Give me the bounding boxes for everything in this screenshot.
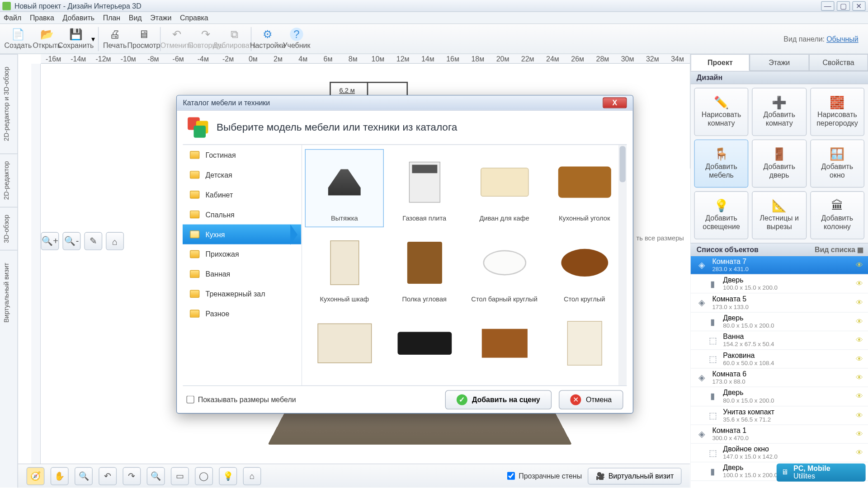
list-mode-toggle[interactable]: Вид списка ▦ xyxy=(815,245,863,254)
object-item[interactable]: ⬚Раковина60.0 x 50.0 x 108.4👁 xyxy=(690,350,868,368)
light-button[interactable]: 💡 xyxy=(219,467,237,485)
visibility-icon[interactable]: 👁 xyxy=(856,336,863,345)
category-item[interactable]: Ванная xyxy=(183,264,301,284)
object-item[interactable]: ⬚Унитаз компакт35.6 x 56.5 x 71.2👁 xyxy=(690,406,868,425)
select-lasso-button[interactable]: ◯ xyxy=(195,467,213,485)
category-item[interactable]: Гостиная xyxy=(183,145,301,165)
furniture-item[interactable] xyxy=(386,311,463,380)
vtab-2d3d[interactable]: 2D-редактор и 3D-обзор xyxy=(0,54,18,153)
furniture-gallery[interactable]: ВытяжкаГазовая плитаДиван для кафеКухонн… xyxy=(302,145,627,385)
menu-floors[interactable]: Этажи xyxy=(150,14,171,22)
furniture-item[interactable]: Стол круглый xyxy=(546,230,623,307)
menu-edit[interactable]: Правка xyxy=(30,14,54,22)
home-view-button[interactable]: ⌂ xyxy=(106,232,124,250)
show-all-sizes-hint[interactable]: ть все размеры xyxy=(637,235,684,242)
close-button[interactable]: ✕ xyxy=(852,1,865,10)
visibility-icon[interactable]: 👁 xyxy=(856,317,863,326)
design-btn-7[interactable]: 📐Лестницы ивырезы xyxy=(752,191,807,239)
new-button[interactable]: 📄Создать xyxy=(4,25,33,52)
vtab-3d[interactable]: 3D-обзор xyxy=(0,207,18,250)
fit-button[interactable]: 🔍 xyxy=(147,467,165,485)
visibility-icon[interactable]: 👁 xyxy=(856,449,863,457)
category-list[interactable]: ГостинаяДетскаяКабинетСпальняКухняПрихож… xyxy=(183,145,302,385)
objects-list[interactable]: ◈Комната 7283.0 x 431.0👁▮Дверь100.0 x 15… xyxy=(690,256,868,488)
design-btn-3[interactable]: 🪑Добавитьмебель xyxy=(694,140,748,188)
vtab-virtual[interactable]: Виртуальный визит xyxy=(0,250,18,335)
open-button[interactable]: 📂Открыть xyxy=(33,25,61,52)
furniture-item[interactable]: Газовая плита xyxy=(386,150,463,227)
print-button[interactable]: 🖨Печать xyxy=(100,25,129,52)
gallery-scrollbar[interactable] xyxy=(618,145,627,385)
design-btn-5[interactable]: 🪟Добавитьокно xyxy=(810,140,864,188)
menu-view[interactable]: Вид xyxy=(129,14,142,22)
furniture-item[interactable]: Стол барный круглый xyxy=(466,230,543,307)
category-item[interactable]: Спальня xyxy=(183,205,301,225)
design-btn-2[interactable]: 🧱Нарисоватьперегородку xyxy=(810,88,864,136)
tab-floors[interactable]: Этажи xyxy=(750,54,809,71)
category-item[interactable]: Детская xyxy=(183,165,301,185)
furniture-item[interactable]: Кухонный уголок xyxy=(546,150,623,227)
save-button[interactable]: 💾Сохранить xyxy=(61,25,90,52)
object-item[interactable]: ▮Дверь80.0 x 15.0 x 200.0👁 xyxy=(690,312,868,331)
tab-project[interactable]: Проект xyxy=(690,54,750,71)
object-item[interactable]: ▮Дверь80.0 x 15.0 x 200.0👁 xyxy=(690,387,868,406)
menu-add[interactable]: Добавить xyxy=(62,14,94,22)
visibility-icon[interactable]: 👁 xyxy=(856,355,863,363)
zoom-in-button[interactable]: 🔍+ xyxy=(41,232,59,250)
visibility-icon[interactable]: 👁 xyxy=(856,280,863,288)
visibility-icon[interactable]: 👁 xyxy=(856,392,863,401)
visibility-icon[interactable]: 👁 xyxy=(856,430,863,438)
design-btn-6[interactable]: 💡Добавитьосвещение xyxy=(694,191,748,239)
object-item[interactable]: ◈Комната 7283.0 x 431.0👁 xyxy=(690,256,868,275)
dialog-close-button[interactable]: X xyxy=(603,98,627,108)
menu-file[interactable]: Файл xyxy=(4,14,21,22)
home-button[interactable]: ⌂ xyxy=(243,467,261,485)
cancel-button[interactable]: ✕Отмена xyxy=(559,390,623,409)
maximize-button[interactable]: ▢ xyxy=(837,1,850,10)
furniture-item[interactable]: Кухонный шкаф xyxy=(306,230,383,307)
design-btn-8[interactable]: 🏛Добавитьколонну xyxy=(810,191,864,239)
visibility-icon[interactable]: 👁 xyxy=(856,299,863,307)
object-item[interactable]: ▮Дверь100.0 x 15.0 x 200.0👁 xyxy=(690,275,868,293)
undo-button[interactable]: ↶Отменить xyxy=(162,25,191,52)
tab-properties[interactable]: Свойства xyxy=(809,54,868,71)
category-item[interactable]: Кабинет xyxy=(183,185,301,205)
select-rect-button[interactable]: ▭ xyxy=(171,467,189,485)
virtual-visit-button[interactable]: 🎥Виртуальный визит xyxy=(588,468,681,484)
dialog-titlebar[interactable]: Каталог мебели и техники X xyxy=(177,96,633,111)
tutorial-button[interactable]: ?Учебник xyxy=(282,25,311,52)
furniture-item[interactable] xyxy=(306,311,383,380)
zoom-out-button[interactable]: 🔍- xyxy=(62,232,80,250)
vtab-2d[interactable]: 2D-редактор xyxy=(0,153,18,207)
furniture-item[interactable]: Полка угловая xyxy=(386,230,463,307)
rot-right-button[interactable]: ↷ xyxy=(123,467,141,485)
menu-help[interactable]: Справка xyxy=(180,14,208,22)
zoom-button[interactable]: 🔍 xyxy=(75,467,93,485)
measure-button[interactable]: ✎ xyxy=(84,232,102,250)
settings-button[interactable]: ⚙Настройки xyxy=(253,25,282,52)
category-item[interactable]: Прихожая xyxy=(183,244,301,264)
category-item[interactable]: Тренажерный зал xyxy=(183,284,301,304)
design-btn-4[interactable]: 🚪Добавитьдверь xyxy=(752,140,807,188)
menu-plan[interactable]: План xyxy=(103,14,121,22)
show-sizes-checkbox[interactable]: Показывать размеры мебели xyxy=(186,395,296,404)
orbit-button[interactable]: 🧭 xyxy=(27,467,45,485)
preview-button[interactable]: 🖥Просмотр xyxy=(129,25,158,52)
rot-left-button[interactable]: ↶ xyxy=(99,467,117,485)
pan-button[interactable]: ✋ xyxy=(51,467,69,485)
object-item[interactable]: ⬚Двойное окно147.0 x 15.0 x 142.0👁 xyxy=(690,444,868,462)
object-item[interactable]: ◈Комната 1300.0 x 470.0👁 xyxy=(690,425,868,443)
object-item[interactable]: ◈Комната 6173.0 x 88.0👁 xyxy=(690,369,868,387)
add-to-scene-button[interactable]: ✓Добавить на сцену xyxy=(445,390,552,409)
panel-mode-link[interactable]: Обычный xyxy=(826,35,859,43)
object-item[interactable]: ◈Комната 5173.0 x 133.0👁 xyxy=(690,294,868,312)
category-item[interactable]: Разное xyxy=(183,304,301,324)
object-item[interactable]: ⬚Ванна154.2 x 67.5 x 50.4👁 xyxy=(690,331,868,350)
category-item[interactable]: Кухня xyxy=(183,225,301,244)
design-btn-1[interactable]: ➕Добавитькомнату xyxy=(752,88,807,136)
minimize-button[interactable]: — xyxy=(821,1,834,10)
furniture-item[interactable] xyxy=(546,311,623,380)
scrollbar-thumb[interactable] xyxy=(619,146,625,183)
visibility-icon[interactable]: 👁 xyxy=(856,374,863,382)
furniture-item[interactable]: Диван для кафе xyxy=(466,150,543,227)
